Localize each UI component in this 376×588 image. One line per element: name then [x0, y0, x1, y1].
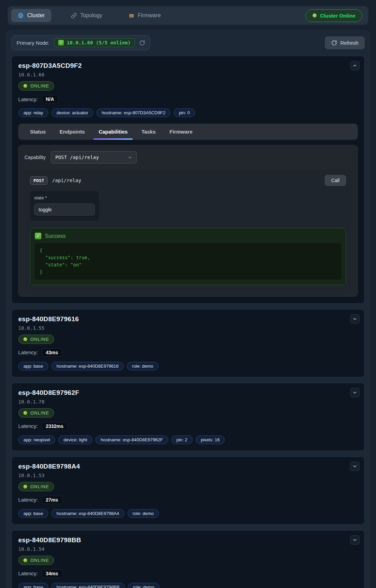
status-label: ONLINE	[30, 337, 49, 342]
status-badge: ONLINE	[18, 81, 54, 91]
tab-firmware-label: Firmware	[138, 12, 161, 19]
green-dot-icon	[23, 558, 27, 562]
refresh-button-label: Refresh	[340, 40, 358, 46]
green-dot-icon	[23, 337, 27, 341]
green-dot-icon	[23, 84, 27, 88]
green-dot-icon	[313, 13, 317, 18]
latency-value: N/A	[42, 95, 58, 103]
chevron-down-icon	[352, 537, 357, 543]
primary-node-row: Primary Node: 10.0.1.60 (5/5 online) Ref…	[11, 35, 365, 50]
result-panel: Success { "success": true, "state": "on"…	[30, 228, 346, 285]
chevron-down-icon	[352, 390, 357, 395]
tag: role: demo	[128, 583, 159, 588]
globe-icon	[18, 12, 24, 19]
node-name: esp-840D8E97962F	[18, 389, 358, 397]
expand-button[interactable]	[350, 462, 359, 471]
latency-value: 34ms	[42, 569, 62, 578]
latency-label: Latency:	[18, 96, 38, 102]
capability-select[interactable]: POST /api/relay	[51, 151, 137, 164]
status-badge: ONLINE	[18, 482, 54, 491]
expand-button[interactable]	[350, 535, 359, 545]
green-dot-icon	[23, 411, 27, 415]
capabilities-panel: Capability POST /api/relay POST /api/rel…	[18, 145, 358, 297]
main-content: Primary Node: 10.0.1.60 (5/5 online) Ref…	[6, 30, 370, 588]
tag: role: demo	[127, 362, 158, 370]
chevron-down-icon	[352, 464, 357, 469]
param-input[interactable]	[34, 203, 95, 216]
node-tabbar: Status Endpoints Capabilities Tasks Firm…	[18, 124, 358, 140]
tab-firmware[interactable]: Firmware	[122, 9, 167, 22]
cluster-status-badge: Cluster Online	[306, 9, 362, 22]
primary-node-label: Primary Node:	[17, 40, 50, 46]
tag: app: base	[18, 583, 48, 588]
node-card: esp-840D8E9798A4 10.0.1.53 ONLINE Latenc…	[11, 456, 365, 525]
primary-node-value: 10.0.1.60 (5/5 online)	[67, 40, 131, 45]
package-icon	[129, 13, 134, 19]
call-button[interactable]: Call	[325, 175, 346, 186]
tag: hostname: esp-840D8E9798A4	[51, 509, 124, 518]
tab-capabilities[interactable]: Capabilities	[92, 124, 134, 140]
node-name: esp-840D8E9798BB	[18, 536, 358, 544]
chevron-down-icon	[352, 316, 357, 322]
result-title: Success	[45, 233, 65, 239]
node-ip: 10.0.1.55	[18, 325, 358, 331]
node-name: esp-807D3A5CD9F2	[18, 62, 358, 70]
collapse-button[interactable]	[350, 61, 359, 70]
check-icon	[35, 233, 41, 239]
latency-value: 2332ms	[42, 422, 68, 430]
tag: app: neopixel	[18, 435, 55, 444]
node-card: esp-807D3A5CD9F2 10.0.1.60 ONLINE Latenc…	[11, 56, 365, 304]
refresh-icon	[331, 40, 337, 46]
chevron-up-icon	[352, 63, 357, 68]
tag-list: app: base hostname: esp-840D8E9798BB rol…	[18, 583, 358, 588]
tab-tasks[interactable]: Tasks	[134, 124, 162, 140]
primary-node-badge: 10.0.1.60 (5/5 online)	[54, 38, 135, 47]
latency-label: Latency:	[18, 423, 38, 429]
refresh-icon[interactable]	[139, 40, 145, 46]
tag: hostname: esp-840D8E9798BB	[51, 583, 125, 588]
link-icon	[71, 13, 77, 19]
node-name: esp-840D8E9798A4	[18, 463, 358, 470]
tag: pin: 0	[174, 108, 195, 117]
top-nav: Cluster Topology Firmware Cluster Online	[8, 6, 368, 25]
latency-value: 27ms	[42, 496, 62, 504]
capability-row: Capability POST /api/relay	[24, 151, 352, 164]
endpoint-header: POST /api/relay Call	[30, 175, 346, 186]
node-ip: 10.0.1.60	[18, 72, 358, 77]
tag-list: app: base hostname: esp-840D8E979616 rol…	[18, 362, 358, 370]
param-label: state *	[34, 195, 95, 200]
status-label: ONLINE	[30, 83, 49, 88]
latency-label: Latency:	[18, 570, 38, 576]
status-badge: ONLINE	[18, 408, 54, 418]
check-icon	[58, 40, 64, 45]
tag: hostname: esp-807D3A5CD9F2	[96, 108, 171, 117]
tab-topology-label: Topology	[80, 12, 102, 19]
result-header: Success	[35, 233, 341, 239]
node-card: esp-840D8E9798BB 10.0.1.54 ONLINE Latenc…	[11, 530, 365, 588]
tag-list: app: neopixel device: light hostname: es…	[18, 435, 358, 444]
node-ip: 10.0.1.54	[18, 546, 358, 552]
tag: role: demo	[128, 509, 159, 518]
param-group: state *	[30, 191, 99, 221]
endpoint-panel: POST /api/relay Call state * Success { "…	[24, 169, 352, 291]
capability-label: Capability	[24, 155, 45, 160]
refresh-button[interactable]: Refresh	[325, 36, 365, 49]
latency-row: Latency: 27ms	[18, 496, 358, 504]
tag: device: actuator	[51, 108, 93, 117]
endpoint-path: /api/relay	[52, 178, 81, 183]
latency-row: Latency: 43ms	[18, 348, 358, 357]
status-label: ONLINE	[30, 484, 49, 489]
tab-status[interactable]: Status	[23, 124, 53, 140]
tab-endpoints[interactable]: Endpoints	[53, 124, 92, 140]
primary-node-box: Primary Node: 10.0.1.60 (5/5 online)	[11, 35, 150, 50]
status-label: ONLINE	[30, 558, 49, 563]
expand-button[interactable]	[350, 314, 359, 324]
node-card: esp-840D8E979616 10.0.1.55 ONLINE Latenc…	[11, 309, 365, 377]
tab-firmware[interactable]: Firmware	[163, 124, 200, 140]
method-badge: POST	[30, 176, 48, 185]
node-name: esp-840D8E979616	[18, 315, 358, 323]
tag: hostname: esp-840D8E979616	[51, 362, 124, 370]
tab-topology[interactable]: Topology	[64, 9, 109, 22]
expand-button[interactable]	[350, 388, 359, 397]
tab-cluster[interactable]: Cluster	[11, 9, 51, 22]
